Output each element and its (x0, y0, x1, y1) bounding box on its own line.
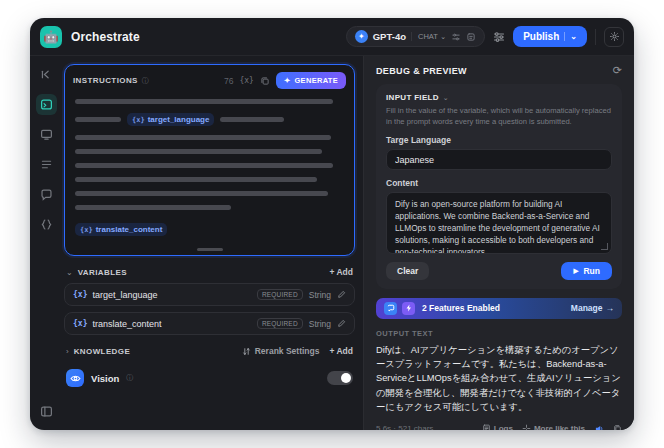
instructions-editor[interactable]: INSTRUCTIONS ⓘ 76 {x} ✦ GENERATE (64, 64, 355, 256)
variable-row-target-language[interactable]: {x} target_language REQUIRED String (64, 283, 355, 306)
rerank-settings-button[interactable]: Rerank Settings (242, 346, 320, 356)
vision-toggle[interactable] (327, 371, 353, 385)
input-field-description: Fill in the value of the variable, which… (386, 106, 612, 127)
manage-features-button[interactable]: Manage → (571, 303, 614, 313)
collapse-panel-icon[interactable] (36, 401, 57, 422)
app-window: 🤖 Orchestrate ✦ GPT-4o CHAT ⌄ (30, 18, 634, 430)
edit-icon[interactable] (337, 319, 346, 328)
features-banner[interactable]: 2 Features Enabled Manage → (376, 298, 622, 318)
publish-button[interactable]: Publish ⌄ (513, 26, 587, 47)
sidebar-item-orchestrate[interactable] (36, 94, 57, 115)
back-icon[interactable] (36, 64, 57, 85)
debug-preview-panel: DEBUG & PREVIEW ⟳ INPUT FIELD ⌄ Fill in … (363, 56, 634, 430)
edit-icon[interactable] (337, 290, 346, 299)
sidebar-item-logs[interactable] (36, 154, 57, 175)
clear-button[interactable]: Clear (386, 262, 429, 280)
features-enabled-label: 2 Features Enabled (422, 303, 500, 313)
page-title: Orchestrate (71, 30, 140, 44)
sidebar-item-api[interactable] (36, 214, 57, 235)
chevron-down-icon[interactable]: ⌄ (443, 94, 449, 102)
chevron-right-icon[interactable]: › (66, 347, 69, 356)
logs-button[interactable]: Logs (482, 424, 513, 430)
variable-type[interactable]: String (309, 319, 331, 329)
titlebar: 🤖 Orchestrate ✦ GPT-4o CHAT ⌄ (30, 18, 634, 56)
instructions-title: INSTRUCTIONS (73, 76, 138, 85)
insert-variable-icon[interactable]: {x} (239, 76, 253, 85)
run-button[interactable]: ▶ Run (561, 262, 612, 280)
model-provider-icon: ✦ (355, 30, 368, 43)
sparkle-icon: ✦ (284, 76, 291, 85)
char-count: 76 (224, 76, 233, 86)
sidebar-item-annotation[interactable] (36, 184, 57, 205)
tune-sliders-icon[interactable] (493, 31, 505, 43)
play-icon: ▶ (573, 267, 578, 275)
variables-section: ⌄ VARIABLES + Add {x} target_language RE… (64, 267, 355, 335)
content-label: Content (386, 178, 612, 188)
output-text-title: OUTPUT TEXT (376, 329, 622, 338)
knowledge-section: › KNOWLEDGE Rerank Settings + Add (64, 346, 355, 356)
target-language-input[interactable] (386, 149, 612, 170)
content-textarea[interactable]: Dify is an open-source platform for buil… (386, 192, 612, 254)
header-divider (595, 29, 596, 45)
variable-token-target-language[interactable]: {x}target_language (127, 113, 214, 126)
info-icon: ⓘ (142, 76, 149, 86)
chevron-down-icon: ⌄ (440, 32, 446, 41)
target-language-label: Targe Language (386, 135, 612, 145)
generate-button[interactable]: ✦ GENERATE (276, 72, 346, 89)
model-tokens-icon[interactable] (466, 32, 476, 42)
info-icon: ⓘ (126, 373, 133, 383)
feature-bolt-icon (402, 302, 415, 315)
variables-title: VARIABLES (78, 268, 127, 277)
eye-icon (66, 369, 84, 387)
chat-mode-badge[interactable]: CHAT ⌄ (411, 32, 446, 41)
app-icon[interactable]: 🤖 (40, 26, 62, 48)
vision-label: Vision (91, 373, 119, 384)
model-selector[interactable]: ✦ GPT-4o CHAT ⌄ (346, 26, 485, 47)
output-text: Difyは、AIアプリケーションを構築するためのオープンソースプラットフォームで… (376, 343, 622, 415)
output-stats: 5.6s · 521 chars (376, 424, 433, 430)
feature-chat-icon (384, 302, 397, 315)
speaker-icon[interactable] (594, 424, 604, 430)
input-field-title: INPUT FIELD (386, 93, 439, 102)
input-field-card: INPUT FIELD ⌄ Fill in the value of the v… (376, 84, 622, 289)
content-textarea-wrap: Dify is an open-source platform for buil… (386, 192, 612, 254)
knowledge-title: KNOWLEDGE (74, 347, 131, 356)
add-knowledge-button[interactable]: + Add (329, 346, 353, 356)
variable-type[interactable]: String (309, 290, 331, 300)
refresh-icon[interactable]: ⟳ (613, 65, 622, 76)
vision-feature-row: Vision ⓘ (64, 369, 355, 387)
orchestrate-panel: INSTRUCTIONS ⓘ 76 {x} ✦ GENERATE (62, 56, 363, 430)
debug-preview-title: DEBUG & PREVIEW (376, 66, 467, 76)
variable-braces-icon: {x} (73, 319, 87, 328)
chevron-down-icon: ⌄ (564, 32, 577, 41)
variable-token-translate-content[interactable]: {x}translate_content (75, 223, 167, 236)
variable-braces-icon: {x} (73, 290, 87, 299)
required-badge: REQUIRED (257, 289, 303, 300)
instructions-skeleton: {x}target_language {x}translate_content (65, 93, 354, 242)
copy-icon[interactable] (260, 76, 270, 86)
more-like-this-button[interactable]: More like this (522, 424, 585, 430)
settings-gear-icon[interactable] (604, 27, 624, 47)
chevron-down-icon[interactable]: ⌄ (66, 268, 73, 277)
copy-icon[interactable] (613, 424, 622, 430)
scroll-indicator[interactable] (197, 248, 223, 251)
required-badge: REQUIRED (257, 318, 303, 329)
variable-row-translate-content[interactable]: {x} translate_content REQUIRED String (64, 312, 355, 335)
add-variable-button[interactable]: + Add (329, 267, 353, 277)
robot-icon: 🤖 (44, 30, 59, 44)
model-name: GPT-4o (373, 31, 406, 42)
arrow-right-icon: → (606, 303, 615, 313)
model-params-icon[interactable] (451, 32, 461, 42)
icon-sidebar (30, 56, 62, 430)
output-section: OUTPUT TEXT Difyは、AIアプリケーションを構築するためのオープン… (376, 329, 622, 422)
sidebar-item-preview[interactable] (36, 124, 57, 145)
